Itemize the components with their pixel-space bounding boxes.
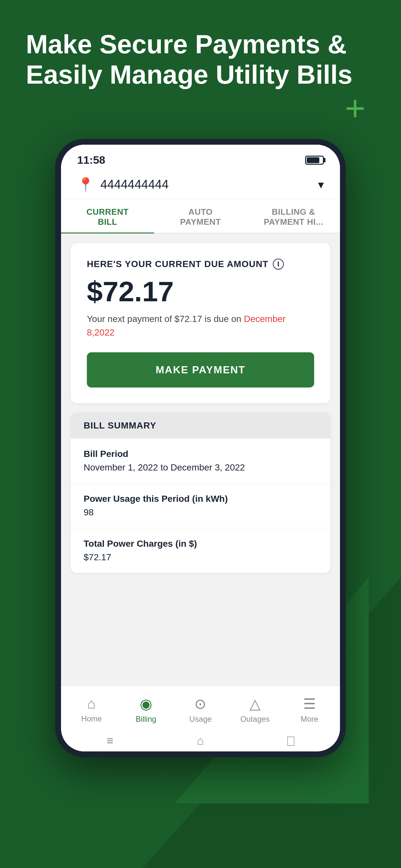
account-number: 4444444444	[100, 178, 312, 191]
phone-outer-frame: 11:58 📍 4444444444 ▾ CURRENT BILL AUTO P…	[55, 139, 346, 757]
home-bar: ≡ ⌂ ⎕	[61, 730, 340, 751]
tab-auto-payment[interactable]: AUTO PAYMENT	[154, 199, 247, 233]
nav-label-usage: Usage	[189, 715, 212, 724]
amount-display: $72.17	[87, 277, 314, 306]
nav-item-billing[interactable]: ◉ Billing	[119, 692, 174, 727]
payment-notice: Your next payment of $72.17 is due on De…	[87, 312, 314, 339]
home-bar-back-icon: ⎕	[287, 734, 295, 748]
bill-period-row: Bill Period November 1, 2022 to December…	[71, 438, 330, 484]
nav-label-outages: Outages	[240, 715, 270, 724]
power-usage-row: Power Usage this Period (in kWh) 98	[71, 484, 330, 528]
status-time: 11:58	[77, 154, 105, 166]
total-charges-label: Total Power Charges (in $)	[84, 538, 317, 549]
home-bar-menu-icon: ≡	[106, 734, 113, 748]
main-content: HERE'S YOUR CURRENT DUE AMOUNT i $72.17 …	[61, 234, 340, 686]
bill-period-value: November 1, 2022 to December 3, 2022	[84, 462, 317, 473]
nav-item-outages[interactable]: △ Outages	[227, 692, 282, 727]
nav-label-billing: Billing	[135, 715, 156, 724]
usage-icon: ⊙	[194, 695, 206, 712]
account-row[interactable]: 📍 4444444444 ▾	[61, 170, 340, 199]
location-icon: 📍	[77, 177, 94, 192]
tab-billing-history[interactable]: BILLING & PAYMENT HI...	[247, 199, 340, 233]
dropdown-chevron-icon[interactable]: ▾	[318, 178, 324, 191]
nav-item-usage[interactable]: ⊙ Usage	[174, 692, 228, 727]
nav-item-home[interactable]: ⌂ Home	[64, 692, 119, 727]
bill-period-label: Bill Period	[84, 449, 317, 459]
notice-prefix: Your next payment of $72.17 is due on	[87, 314, 244, 324]
bottom-nav: ⌂ Home ◉ Billing ⊙ Usage △ Outages ☰ M	[61, 686, 340, 730]
phone-mockup: 11:58 📍 4444444444 ▾ CURRENT BILL AUTO P…	[55, 139, 346, 757]
power-usage-label: Power Usage this Period (in kWh)	[84, 494, 317, 504]
billing-icon: ◉	[140, 695, 152, 712]
bill-summary-header: BILL SUMMARY	[71, 413, 330, 438]
nav-label-more: More	[301, 715, 318, 724]
power-usage-value: 98	[84, 507, 317, 518]
battery-fill	[307, 157, 319, 163]
home-bar-home-icon: ⌂	[197, 734, 204, 748]
page-header: Make Secure Payments & Easily Manage Uti…	[26, 29, 375, 90]
phone-screen: 11:58 📍 4444444444 ▾ CURRENT BILL AUTO P…	[61, 145, 340, 751]
home-icon: ⌂	[87, 695, 96, 712]
due-amount-card: HERE'S YOUR CURRENT DUE AMOUNT i $72.17 …	[71, 243, 330, 403]
nav-label-home: Home	[81, 714, 102, 723]
status-bar: 11:58	[61, 145, 340, 170]
tab-current-bill[interactable]: CURRENT BILL	[61, 199, 154, 233]
total-charges-value: $72.17	[84, 552, 317, 562]
bill-summary-section: BILL SUMMARY Bill Period November 1, 202…	[71, 413, 330, 573]
nav-item-more[interactable]: ☰ More	[282, 692, 337, 727]
tabs-row: CURRENT BILL AUTO PAYMENT BILLING & PAYM…	[61, 199, 340, 234]
plus-icon: +	[345, 90, 366, 126]
make-payment-button[interactable]: MAKE PAYMENT	[87, 352, 314, 388]
info-icon[interactable]: i	[273, 259, 284, 270]
outages-icon: △	[250, 695, 260, 712]
battery-icon	[305, 156, 324, 165]
more-icon: ☰	[303, 695, 316, 712]
due-amount-label: HERE'S YOUR CURRENT DUE AMOUNT i	[87, 259, 314, 270]
total-charges-row: Total Power Charges (in $) $72.17	[71, 528, 330, 573]
